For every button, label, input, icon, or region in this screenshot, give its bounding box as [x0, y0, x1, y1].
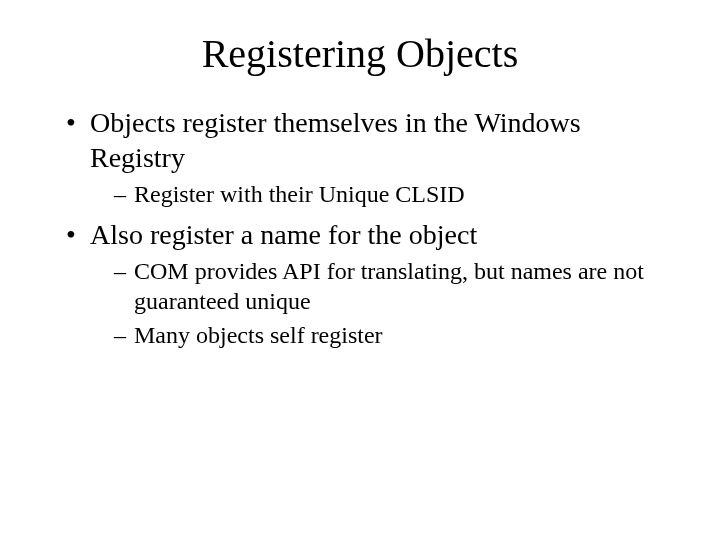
bullet-item: Also register a name for the object COM …	[66, 217, 672, 350]
slide: Registering Objects Objects register the…	[0, 0, 720, 540]
slide-title: Registering Objects	[48, 30, 672, 77]
bullet-text: Objects register themselves in the Windo…	[90, 107, 581, 173]
sub-bullet-list: Register with their Unique CLSID	[114, 179, 672, 209]
bullet-list: Objects register themselves in the Windo…	[66, 105, 672, 350]
sub-bullet-item: COM provides API for translating, but na…	[114, 256, 672, 316]
sub-bullet-text: Many objects self register	[134, 322, 383, 348]
sub-bullet-item: Many objects self register	[114, 320, 672, 350]
sub-bullet-text: COM provides API for translating, but na…	[134, 258, 644, 314]
sub-bullet-text: Register with their Unique CLSID	[134, 181, 465, 207]
sub-bullet-item: Register with their Unique CLSID	[114, 179, 672, 209]
sub-bullet-list: COM provides API for translating, but na…	[114, 256, 672, 350]
bullet-text: Also register a name for the object	[90, 219, 477, 250]
bullet-item: Objects register themselves in the Windo…	[66, 105, 672, 209]
